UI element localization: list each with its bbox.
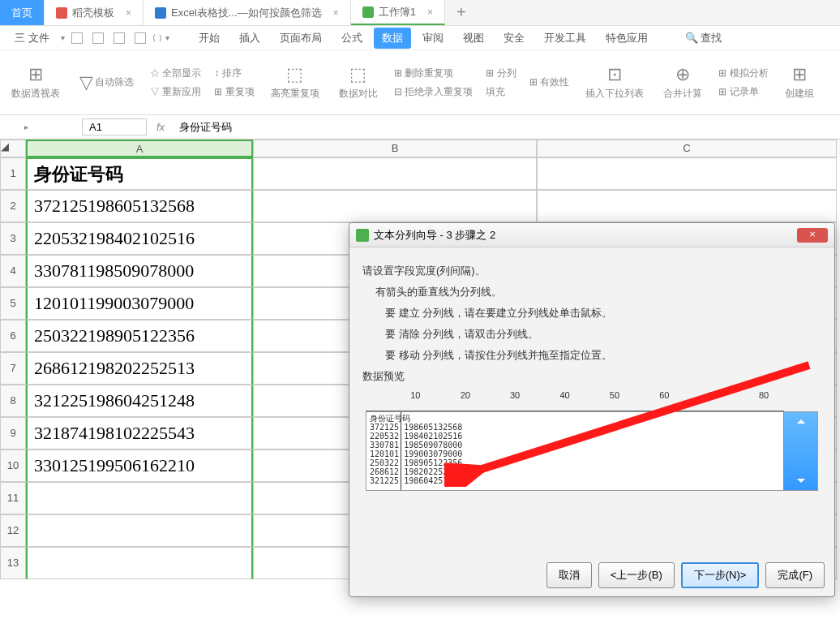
cell[interactable]: 268612198202252513 <box>26 352 253 385</box>
ribbon-highlight[interactable]: ⬚高亮重复项 <box>264 64 326 101</box>
tab-home[interactable]: 首页 <box>0 0 45 25</box>
menu-layout[interactable]: 页面布局 <box>272 28 330 49</box>
ruler[interactable]: 10 20 30 40 50 60 70 80 <box>366 390 818 411</box>
menu-start[interactable]: 开始 <box>191 28 228 49</box>
select-all[interactable]: ◢ <box>0 140 26 157</box>
close-icon[interactable]: × <box>333 7 339 19</box>
row-header[interactable]: 13 <box>0 547 26 579</box>
cancel-button[interactable]: 取消 <box>546 562 592 588</box>
row-header[interactable]: 8 <box>0 385 26 417</box>
ribbon-rejectdup[interactable]: ⊟ 拒绝录入重复项 <box>391 84 476 101</box>
row-header[interactable]: 4 <box>0 255 26 287</box>
dialog-titlebar[interactable]: 文本分列向导 - 3 步骤之 2 × <box>349 223 834 247</box>
dialog-body: 请设置字段宽度(列间隔)。 有箭头的垂直线为分列线。 要 建立 分列线，请在要建… <box>349 247 834 501</box>
qat-icon[interactable] <box>114 32 125 44</box>
col-header-c[interactable]: C <box>537 140 837 157</box>
preview-box[interactable]: 身份证号码 372125 198605132568 220532 1984021… <box>366 411 818 491</box>
row-header[interactable]: 3 <box>0 222 26 255</box>
ribbon-pivot[interactable]: ⊞数据透视表 <box>5 64 66 101</box>
dropdown-icon: ⊡ <box>607 64 622 85</box>
tab-templates[interactable]: 稻壳模板 × <box>45 0 144 25</box>
filter-icon: ▽ <box>79 72 93 93</box>
chevron-icon: ⟩ <box>159 33 162 42</box>
menu-view[interactable]: 视图 <box>455 28 492 49</box>
ribbon-label: 高亮重复项 <box>271 87 319 101</box>
next-button[interactable]: 下一步(N)> <box>681 562 760 588</box>
cell[interactable]: 120101199003079000 <box>26 287 253 320</box>
cell[interactable] <box>253 157 537 190</box>
row-header[interactable]: 1 <box>0 157 26 190</box>
menu-file[interactable]: 三 文件 <box>6 28 58 49</box>
finish-button[interactable]: 完成(F) <box>765 562 825 588</box>
close-button[interactable]: × <box>797 228 828 243</box>
row-header[interactable]: 9 <box>0 417 26 449</box>
cell[interactable]: 330125199506162210 <box>26 449 253 482</box>
cell[interactable]: 身份证号码 <box>26 157 253 190</box>
row-header[interactable]: 5 <box>0 287 26 320</box>
formula-input[interactable]: 身份证号码 <box>174 120 237 135</box>
cell[interactable]: 321225198604251248 <box>26 385 253 417</box>
menu-formula[interactable]: 公式 <box>333 28 371 49</box>
ribbon-filter[interactable]: ▽自动筛选 <box>73 72 140 93</box>
ribbon-showall[interactable]: ☆ 全部显示 <box>147 65 204 82</box>
fx-icon[interactable]: fx <box>147 121 174 133</box>
menu-special[interactable]: 特色应用 <box>598 28 656 49</box>
row-header[interactable]: 2 <box>0 190 26 222</box>
menu-devtools[interactable]: 开发工具 <box>536 28 594 49</box>
tick: 70 <box>709 390 719 400</box>
scrollbar[interactable] <box>783 412 817 490</box>
cell[interactable] <box>26 482 253 514</box>
ribbon-dup[interactable]: ⊞ 重复项 <box>211 84 257 101</box>
row-header[interactable]: 10 <box>0 449 26 482</box>
tick: 40 <box>559 390 569 400</box>
new-tab-button[interactable]: + <box>445 0 478 25</box>
name-box[interactable]: A1 <box>82 118 147 135</box>
cell[interactable] <box>26 514 253 547</box>
cell[interactable]: 220532198402102516 <box>26 222 253 255</box>
cell[interactable] <box>26 547 253 579</box>
cell[interactable]: 372125198605132568 <box>26 190 253 222</box>
row-header[interactable]: 7 <box>0 352 26 385</box>
cell[interactable] <box>537 190 837 222</box>
ribbon-reapply[interactable]: ▽ 重新应用 <box>147 84 204 101</box>
tab-workbook[interactable]: 工作簿1 × <box>351 0 445 25</box>
ribbon-consolidate[interactable]: ⊕合并计算 <box>657 64 709 101</box>
qat-icon[interactable] <box>135 32 146 44</box>
menu-data[interactable]: 数据 <box>374 28 411 49</box>
ribbon-fill[interactable]: 填充 <box>482 84 520 101</box>
ribbon-deldup[interactable]: ⊞ 删除重复项 <box>391 65 476 82</box>
row-header[interactable]: 12 <box>0 514 26 547</box>
cell[interactable] <box>537 157 837 190</box>
qat-icon[interactable] <box>92 32 104 44</box>
ribbon-group[interactable]: ⊞创建组 <box>778 64 821 101</box>
qat-icon[interactable] <box>71 32 83 44</box>
prev-button[interactable]: <上一步(B) <box>598 562 675 588</box>
col-header-b[interactable]: B <box>253 140 537 157</box>
row-header[interactable]: 11 <box>0 482 26 514</box>
menu-review[interactable]: 审阅 <box>414 28 452 49</box>
search-button[interactable]: 🔍 查找 <box>677 28 731 49</box>
ribbon-compare[interactable]: ⬚数据对比 <box>332 64 384 101</box>
ribbon-sort[interactable]: ↕ 排序 <box>211 65 257 82</box>
expand-icon[interactable]: ▸ <box>0 123 53 131</box>
cell[interactable]: 321874198102225543 <box>26 417 253 449</box>
dropdown-icon: ▾ <box>61 33 65 42</box>
row-header[interactable]: 6 <box>0 320 26 352</box>
ribbon-whatif[interactable]: ⊞ 模拟分析 <box>715 65 771 82</box>
split-line[interactable] <box>401 412 401 490</box>
ribbon-validation[interactable]: ⊞ 有效性 <box>526 74 572 91</box>
tick: 30 <box>510 390 520 400</box>
close-icon[interactable]: × <box>427 6 433 18</box>
menu-security[interactable]: 安全 <box>495 28 533 49</box>
merge-icon: ⊕ <box>675 64 690 85</box>
cell[interactable] <box>253 190 537 222</box>
col-header-a[interactable]: A <box>26 140 253 157</box>
ribbon-dropdown[interactable]: ⊡插入下拉列表 <box>579 64 650 101</box>
ribbon-record[interactable]: ⊞ 记录单 <box>715 84 771 101</box>
menu-insert[interactable]: 插入 <box>231 28 268 49</box>
tab-excel-doc[interactable]: Excel表格技...—如何按颜色筛选 × <box>144 0 351 25</box>
cell[interactable]: 250322198905122356 <box>26 320 253 352</box>
cell[interactable]: 330781198509078000 <box>26 255 253 287</box>
ribbon-split[interactable]: ⊞ 分列 <box>482 65 520 82</box>
close-icon[interactable]: × <box>126 7 131 19</box>
